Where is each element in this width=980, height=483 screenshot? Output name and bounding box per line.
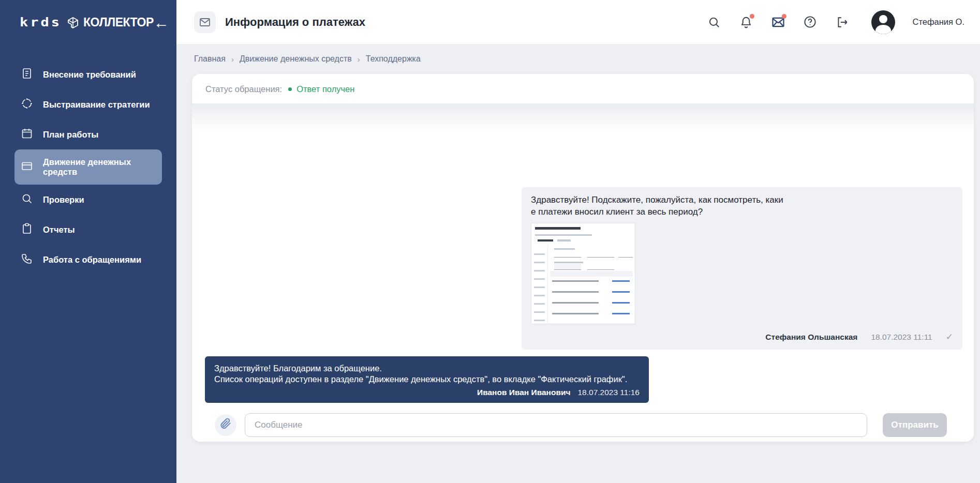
sidebar-item-workplan[interactable]: План работы [14, 119, 162, 149]
thumb-decor [612, 280, 630, 322]
logout-icon[interactable] [835, 15, 850, 29]
message-text: Здравствуйте! Подскажите, пожалуйста, ка… [531, 194, 953, 206]
phone-icon [21, 252, 33, 267]
notification-badge [750, 14, 754, 19]
target-icon [21, 97, 33, 112]
breadcrumb-support[interactable]: Техподдержка [366, 54, 421, 64]
sidebar-item-label: Проверки [43, 195, 84, 205]
notifications-bell-icon[interactable] [739, 15, 753, 29]
thumb-decor [554, 248, 575, 250]
message-composer: Отправить [203, 403, 962, 442]
paperclip-icon [219, 417, 232, 433]
sidebar-item-claims[interactable]: Внесение требований [14, 59, 162, 89]
ticket-status-row: Статус обращения: Ответ получен [192, 74, 974, 103]
sidebar-item-label: План работы [43, 130, 98, 140]
thumb-decor [538, 239, 553, 242]
user-name: Стефания О. [913, 17, 964, 27]
clipboard-icon [21, 222, 33, 237]
message-author: Стефания Ольшанская [765, 332, 857, 343]
thumb-decor [554, 251, 581, 258]
send-button[interactable]: Отправить [883, 413, 947, 437]
thumb-decor [618, 251, 633, 258]
sidebar-nav: Внесение требований Выстраивание стратег… [0, 59, 176, 275]
top-header: Информация о платежах Стефания О. [176, 0, 980, 44]
message-timestamp: 18.07.2023 11:16 [577, 387, 640, 398]
logo-word: КОЛЛЕКТОР [83, 16, 154, 29]
main-area: Информация о платежах Стефания О. [176, 0, 980, 483]
message-text: Список операций доступен в разделе "Движ… [214, 374, 640, 385]
breadcrumb-separator: › [358, 55, 360, 64]
read-check-icon: ✓ [946, 331, 953, 343]
support-ticket-card: Статус обращения: Ответ получен Здравств… [192, 74, 974, 442]
sidebar-item-label: Работа с обращениями [43, 255, 141, 265]
user-avatar[interactable] [871, 10, 895, 34]
page-title: Информация о платежах [225, 16, 365, 29]
sidebar-item-label: Внесение требований [43, 70, 136, 80]
incoming-message-bubble: Здравствуйте! Подскажите, пожалуйста, ка… [522, 187, 962, 350]
page-mail-icon [194, 11, 216, 33]
sidebar-item-label: Движение денежных средств [43, 157, 156, 177]
thumb-decor [557, 239, 571, 242]
header-actions: Стефания О. [707, 10, 964, 34]
message-author: Иванов Иван Иванович [477, 387, 570, 398]
breadcrumb-separator: › [231, 55, 234, 64]
thumb-decor [550, 271, 633, 277]
reply-message-bubble: Здравствуйте! Благодарим за обращение. С… [205, 356, 649, 403]
sidebar-item-strategy[interactable]: Выстраивание стратегии [14, 89, 162, 119]
chat-thread: Здравствуйте! Подскажите, пожалуйста, ка… [192, 103, 974, 442]
sidebar-item-cashflow[interactable]: Движение денежных средств [14, 149, 162, 185]
magnifier-icon [21, 192, 33, 207]
status-badge: Ответ получен [288, 84, 354, 94]
search-icon[interactable] [707, 15, 721, 29]
attach-file-button[interactable] [215, 414, 236, 436]
collapse-sidebar-arrow-icon[interactable]: ← [154, 15, 169, 31]
messages-badge [782, 14, 786, 19]
thumb-decor [554, 262, 583, 263]
breadcrumb-cashflow[interactable]: Движение денежных средств [240, 54, 352, 64]
logo-krds-text: krds [20, 16, 62, 29]
cube-logo-icon [67, 17, 79, 29]
thumb-decor [587, 264, 614, 270]
incoming-message-meta: Стефания Ольшанская 18.07.2023 11:11 ✓ [531, 331, 953, 343]
message-input[interactable] [245, 413, 867, 437]
breadcrumb: Главная › Движение денежных средств › Те… [176, 44, 980, 74]
sidebar-item-label: Выстраивание стратегии [43, 100, 150, 110]
sidebar-item-reports[interactable]: Отчеты [14, 215, 162, 245]
reply-message-meta: Иванов Иван Иванович 18.07.2023 11:16 [214, 387, 640, 398]
thumb-decor [552, 280, 599, 322]
logo-row: krds КОЛЛЕКТОР ← [0, 0, 176, 31]
messages-mail-icon[interactable] [771, 15, 785, 29]
message-text: е платежи вносил клиент за весь период? [531, 206, 953, 218]
help-icon[interactable] [803, 15, 818, 29]
calendar-icon [21, 127, 33, 142]
breadcrumb-home[interactable]: Главная [194, 54, 226, 64]
message-timestamp: 18.07.2023 11:11 [871, 332, 932, 343]
sidebar-item-checks[interactable]: Проверки [14, 185, 162, 215]
thumb-decor [531, 245, 548, 324]
sidebar-item-requests[interactable]: Работа с обращениями [14, 245, 162, 275]
thumb-decor [587, 251, 614, 258]
sidebar: krds КОЛЛЕКТОР ← Внесение требований Выс… [0, 0, 176, 483]
thumb-decor [535, 227, 581, 230]
document-icon [21, 67, 33, 82]
thumb-decor [554, 264, 581, 270]
sidebar-item-label: Отчеты [43, 225, 75, 235]
status-label: Статус обращения: [205, 84, 282, 94]
message-text: Здравствуйте! Благодарим за обращение. [214, 363, 640, 374]
credit-card-icon [21, 160, 33, 174]
thumb-decor [535, 234, 592, 236]
attachment-thumbnail[interactable] [531, 223, 635, 324]
